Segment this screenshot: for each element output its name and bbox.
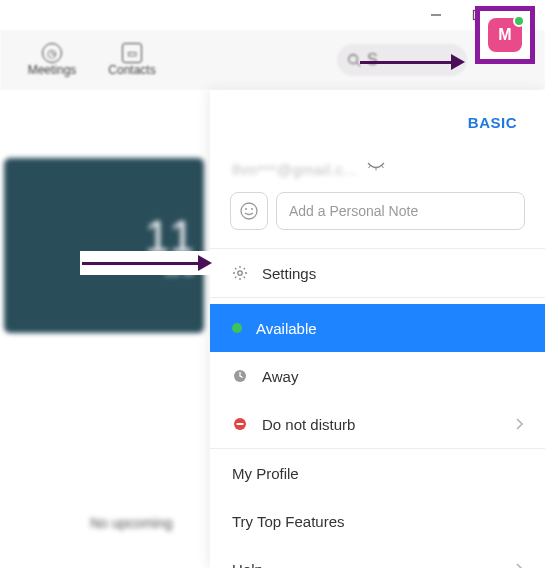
user-email: lhm***@gmail.c...: [232, 161, 357, 178]
menu-help-label: Help: [232, 561, 263, 569]
status-dot-available: [232, 323, 242, 333]
status-available[interactable]: Available: [210, 304, 545, 352]
personal-note-input[interactable]: [276, 192, 525, 230]
chevron-right-icon: [515, 561, 523, 569]
search-icon: [347, 53, 361, 67]
svg-point-12: [238, 271, 242, 275]
nav-meetings[interactable]: ◷ Meetings: [12, 43, 92, 77]
nav-contacts-label: Contacts: [108, 63, 155, 77]
annotation-arrow-settings: [82, 253, 212, 273]
svg-point-9: [241, 203, 257, 219]
menu-settings-label: Settings: [262, 265, 316, 282]
personal-note-row: [230, 192, 525, 230]
menu-help[interactable]: Help: [210, 545, 545, 568]
avatar-initial: M: [498, 26, 511, 44]
gear-icon: [232, 265, 248, 281]
window-titlebar: [0, 0, 545, 30]
annotation-arrow-avatar: [360, 52, 465, 72]
email-row: lhm***@gmail.c...: [232, 160, 545, 178]
plan-badge: BASIC: [468, 114, 517, 131]
clock-icon: ◷: [42, 43, 62, 63]
nav-meetings-label: Meetings: [28, 63, 77, 77]
status-dnd[interactable]: Do not disturb: [210, 400, 545, 448]
svg-rect-15: [237, 423, 244, 425]
menu-try-top-features[interactable]: Try Top Features: [210, 497, 545, 545]
no-upcoming-text: No upcoming: [90, 515, 173, 531]
emoji-button[interactable]: [230, 192, 268, 230]
chevron-right-icon: [515, 416, 523, 433]
clock-icon: [232, 368, 248, 384]
time-card: 11 28 M: [4, 158, 204, 333]
svg-point-4: [349, 55, 358, 64]
menu-settings[interactable]: Settings: [210, 249, 545, 297]
svg-line-6: [369, 166, 371, 168]
menu-try-top-label: Try Top Features: [232, 513, 345, 530]
status-dnd-label: Do not disturb: [262, 416, 355, 433]
nav-contacts[interactable]: ▭ Contacts: [92, 43, 172, 77]
menu-my-profile-label: My Profile: [232, 465, 299, 482]
status-available-label: Available: [256, 320, 317, 337]
contacts-icon: ▭: [122, 43, 142, 63]
profile-dropdown-menu: BASIC lhm***@gmail.c... Settings Availab…: [210, 90, 545, 568]
svg-point-10: [245, 208, 247, 210]
minimize-button[interactable]: [429, 8, 443, 22]
presence-indicator: [513, 15, 525, 27]
smiley-icon: [239, 201, 259, 221]
dnd-icon: [232, 416, 248, 432]
status-away[interactable]: Away: [210, 352, 545, 400]
avatar-highlight: M: [475, 6, 535, 64]
svg-line-8: [382, 166, 384, 168]
user-avatar[interactable]: M: [488, 18, 522, 52]
status-away-label: Away: [262, 368, 298, 385]
menu-my-profile[interactable]: My Profile: [210, 449, 545, 497]
svg-point-11: [251, 208, 253, 210]
eye-icon[interactable]: [367, 160, 385, 178]
